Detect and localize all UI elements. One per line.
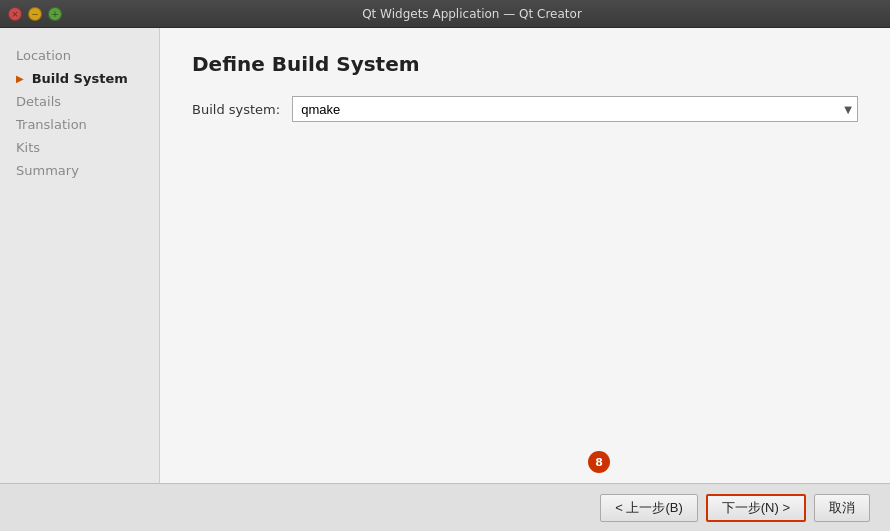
back-button[interactable]: < 上一步(B): [600, 494, 698, 522]
sidebar-item-translation[interactable]: Translation: [0, 113, 159, 136]
sidebar-item-label: Details: [16, 94, 61, 109]
sidebar-item-label: Kits: [16, 140, 40, 155]
build-system-label: Build system:: [192, 102, 280, 117]
minimize-icon: −: [31, 9, 39, 19]
sidebar-item-kits[interactable]: Kits: [0, 136, 159, 159]
sidebar-item-location[interactable]: Location: [0, 44, 159, 67]
titlebar-buttons: × − +: [8, 7, 62, 21]
titlebar: × − + Qt Widgets Application — Qt Creato…: [0, 0, 890, 28]
minimize-button[interactable]: −: [28, 7, 42, 21]
sidebar: Location Build System Details Translatio…: [0, 28, 160, 483]
maximize-icon: +: [51, 9, 59, 19]
build-system-form-row: Build system: qmake CMake Qbs ▼: [192, 96, 858, 122]
close-icon: ×: [11, 9, 19, 19]
sidebar-item-build-system[interactable]: Build System: [0, 67, 159, 90]
page-title: Define Build System: [192, 52, 858, 76]
sidebar-item-label: Location: [16, 48, 71, 63]
cancel-button[interactable]: 取消: [814, 494, 870, 522]
sidebar-item-label: Summary: [16, 163, 79, 178]
sidebar-item-summary[interactable]: Summary: [0, 159, 159, 182]
main-content: Define Build System Build system: qmake …: [160, 28, 890, 483]
badge-circle: 8: [588, 451, 610, 473]
build-system-select[interactable]: qmake CMake Qbs: [292, 96, 858, 122]
sidebar-item-label: Build System: [32, 71, 128, 86]
main-window: Location Build System Details Translatio…: [0, 28, 890, 531]
window-title: Qt Widgets Application — Qt Creator: [62, 7, 882, 21]
sidebar-item-details[interactable]: Details: [0, 90, 159, 113]
bottom-bar: 8 < 上一步(B) 下一步(N) > 取消: [0, 483, 890, 531]
content-area: Location Build System Details Translatio…: [0, 28, 890, 483]
sidebar-item-label: Translation: [16, 117, 87, 132]
maximize-button[interactable]: +: [48, 7, 62, 21]
next-button[interactable]: 下一步(N) >: [706, 494, 806, 522]
build-system-select-wrapper: qmake CMake Qbs ▼: [292, 96, 858, 122]
close-button[interactable]: ×: [8, 7, 22, 21]
